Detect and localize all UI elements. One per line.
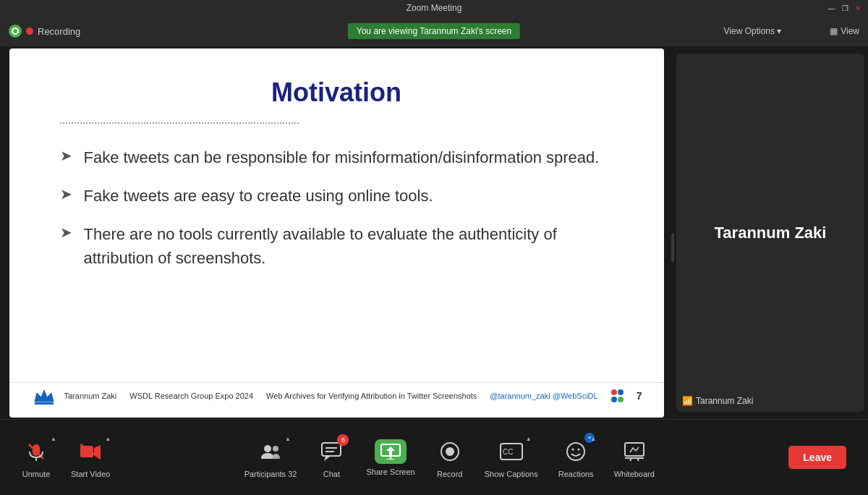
microphone-muted-icon — [26, 441, 46, 462]
chevron-down-icon: ▾ — [777, 26, 781, 36]
chat-button[interactable]: 6 Chat — [317, 437, 346, 478]
record-label: Record — [437, 470, 462, 478]
maximize-button[interactable]: ❐ — [841, 4, 849, 12]
captions-chevron-icon[interactable]: ▲ — [526, 436, 532, 442]
whiteboard-label: Whiteboard — [614, 470, 655, 478]
main-area: Motivation ➤ Fake tweets can be responsi… — [0, 46, 868, 419]
bottom-toolbar: ▲ Unmute ▲ Start Video — [0, 419, 868, 495]
video-off-icon — [80, 444, 101, 460]
bullet-text-1: Fake tweets can be responsible for misin… — [84, 145, 600, 169]
svg-point-22 — [578, 448, 580, 450]
footer-talk-title: Web Archives for Verifying Attribution i… — [266, 392, 477, 400]
view-options-button[interactable]: View Options ▾ — [724, 26, 781, 36]
leave-button[interactable]: Leave — [788, 446, 846, 469]
bullet-item-2: ➤ Fake tweets are easy to create using o… — [60, 184, 613, 208]
start-video-label: Start Video — [71, 470, 110, 478]
share-screen-label: Share Screen — [366, 468, 414, 476]
slide-footer: Tarannum Zaki WSDL Research Group Expo 2… — [9, 382, 664, 409]
participants-label: Participants 32 — [244, 470, 297, 478]
footer-social-links[interactable]: @tarannum_zaki @WebSciDL — [490, 392, 597, 400]
reactions-label: Reactions — [558, 470, 594, 478]
view-button[interactable]: ▦ View — [830, 26, 859, 36]
footer-presenter-name: Tarannum Zaki — [64, 392, 117, 400]
right-panel: Tarannum Zaki 📶 Tarannum Zaki — [673, 46, 868, 419]
svg-rect-9 — [322, 443, 341, 456]
share-screen-icon — [380, 444, 401, 460]
slide-divider — [60, 122, 299, 124]
participant-video-tile: Tarannum Zaki 📶 Tarannum Zaki — [676, 54, 864, 412]
close-button[interactable]: ✕ — [854, 4, 862, 12]
whiteboard-button[interactable]: Whiteboard — [614, 437, 655, 478]
participant-name-small: Tarannum Zaki — [696, 396, 753, 406]
participants-chevron-icon[interactable]: ▲ — [285, 436, 291, 442]
svg-marker-15 — [386, 447, 395, 455]
bullet-arrow-icon-3: ➤ — [60, 224, 72, 241]
svg-rect-0 — [35, 402, 54, 405]
video-chevron-icon[interactable]: ▲ — [105, 436, 111, 442]
recording-dot — [26, 28, 33, 35]
top-bar: Recording You are viewing Tarannum Zaki'… — [0, 16, 868, 46]
security-icon — [9, 25, 22, 38]
recording-label: Recording — [38, 26, 80, 37]
svg-point-8 — [273, 446, 278, 452]
presentation-slide: Motivation ➤ Fake tweets can be responsi… — [9, 48, 664, 418]
footer-left: Tarannum Zaki — [31, 383, 117, 409]
slide-container: Motivation ➤ Fake tweets can be responsi… — [0, 46, 673, 419]
reactions-button[interactable]: + ▲ Reactions — [558, 437, 594, 478]
record-icon — [440, 441, 460, 462]
start-video-button[interactable]: ▲ Start Video — [71, 437, 110, 478]
view-icon: ▦ — [830, 26, 838, 36]
slide-title: Motivation — [60, 77, 613, 108]
bullet-item-1: ➤ Fake tweets can be responsible for mis… — [60, 145, 613, 169]
bullet-arrow-icon-2: ➤ — [60, 185, 72, 203]
bullet-text-2: Fake tweets are easy to create using onl… — [84, 184, 433, 208]
svg-point-21 — [572, 448, 574, 450]
chat-label: Chat — [323, 470, 340, 478]
reactions-chevron-icon[interactable]: ▲ — [590, 436, 596, 442]
participants-icon — [260, 443, 281, 460]
share-screen-button[interactable]: Share Screen — [366, 439, 414, 476]
captions-button[interactable]: CC ▲ Show Captions — [485, 437, 538, 478]
bullet-arrow-icon: ➤ — [60, 147, 72, 164]
svg-point-20 — [567, 443, 584, 460]
bullet-text-3: There are no tools currently available t… — [84, 222, 613, 270]
participant-status-bar: 📶 Tarannum Zaki — [682, 396, 753, 406]
footer-page-number: 7 — [637, 390, 642, 402]
whiteboard-icon — [624, 442, 644, 461]
svg-point-17 — [446, 447, 454, 456]
unmute-button[interactable]: ▲ Unmute — [22, 437, 51, 478]
title-bar: Zoom Meeting — ❐ ✕ — [0, 0, 868, 16]
recording-badge: Recording — [9, 25, 80, 38]
bullet-list: ➤ Fake tweets can be responsible for mis… — [60, 145, 613, 270]
record-button[interactable]: Record — [435, 437, 464, 478]
unmute-label: Unmute — [22, 470, 51, 478]
panel-resize-handle[interactable] — [671, 233, 674, 262]
wsdl-logo — [611, 389, 624, 402]
footer-event: WSDL Research Group Expo 2024 — [129, 392, 253, 400]
toolbar-left-group: ▲ Unmute ▲ Start Video — [22, 437, 110, 478]
participants-button[interactable]: ▲ Participants 32 — [244, 437, 297, 478]
unmute-chevron-icon[interactable]: ▲ — [51, 436, 56, 442]
participant-name-display: Tarannum Zaki — [715, 224, 827, 242]
window-title: Zoom Meeting — [407, 3, 462, 13]
svg-point-7 — [264, 445, 271, 452]
crown-logo — [31, 383, 57, 409]
signal-icon: 📶 — [682, 396, 693, 406]
svg-text:CC: CC — [503, 448, 513, 456]
bullet-item-3: ➤ There are no tools currently available… — [60, 222, 613, 270]
window-controls[interactable]: — ❐ ✕ — [827, 4, 862, 12]
captions-label: Show Captions — [485, 470, 538, 478]
chat-badge: 6 — [337, 434, 349, 446]
toolbar-center-group: ▲ Participants 32 6 Chat — [244, 437, 655, 478]
screen-share-banner: You are viewing Tarannum Zaki's screen — [348, 23, 520, 39]
minimize-button[interactable]: — — [827, 4, 836, 12]
captions-icon: CC — [500, 443, 523, 460]
reactions-icon — [566, 441, 586, 462]
